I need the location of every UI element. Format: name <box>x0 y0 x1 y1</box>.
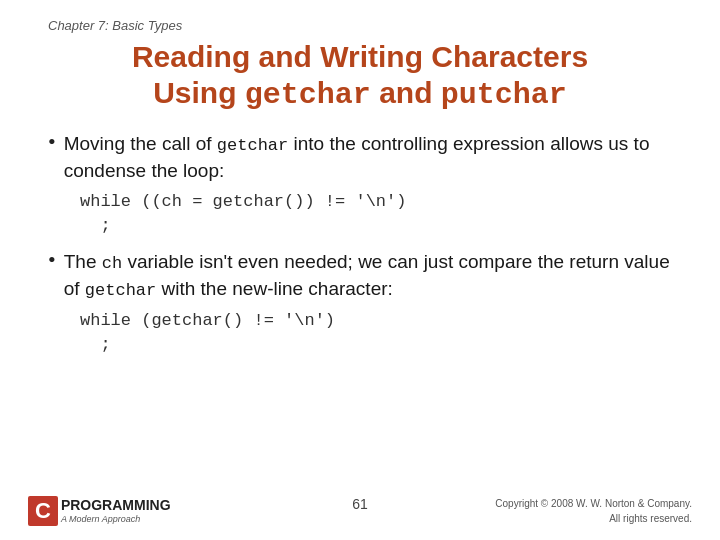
code-block-2: while (getchar() != '\n') ; <box>80 309 672 358</box>
slide-title: Reading and Writing Characters Using get… <box>48 39 672 113</box>
logo-subtitle: A Modern Approach <box>61 514 171 524</box>
title-using: Using <box>153 76 245 109</box>
bullet-dot-2: • <box>48 247 56 273</box>
bullet-item-1: • Moving the call of getchar into the co… <box>48 131 672 184</box>
footer-copyright: Copyright © 2008 W. W. Norton & Company.… <box>495 496 692 526</box>
title-putchar: putchar <box>441 78 567 112</box>
logo-title: PROGRAMMING <box>61 498 171 513</box>
logo-c-letter: C <box>28 496 58 526</box>
code-block-1: while ((ch = getchar()) != '\n') ; <box>80 190 672 239</box>
bullet-text-1: Moving the call of getchar into the cont… <box>64 131 672 184</box>
code-line-2-2: ; <box>80 333 672 358</box>
title-getchar: getchar <box>245 78 371 112</box>
footer-logo: C PROGRAMMING A Modern Approach <box>28 496 171 526</box>
page-number: 61 <box>352 496 368 512</box>
bullet-dot-1: • <box>48 129 56 155</box>
slide: Chapter 7: Basic Types Reading and Writi… <box>0 0 720 540</box>
getchar-ref-2: getchar <box>85 281 156 300</box>
bullet-section-1: • Moving the call of getchar into the co… <box>48 131 672 239</box>
code-line-2-1: while (getchar() != '\n') <box>80 309 672 334</box>
title-line2: Using getchar and putchar <box>48 75 672 113</box>
logo-text-block: PROGRAMMING A Modern Approach <box>61 498 171 523</box>
chapter-label: Chapter 7: Basic Types <box>48 18 672 33</box>
title-line1: Reading and Writing Characters <box>48 39 672 75</box>
bullet-item-2: • The ch variable isn't even needed; we … <box>48 249 672 303</box>
getchar-ref-1: getchar <box>217 136 288 155</box>
code-line-1-2: ; <box>80 214 672 239</box>
code-line-1-1: while ((ch = getchar()) != '\n') <box>80 190 672 215</box>
footer: C PROGRAMMING A Modern Approach 61 Copyr… <box>0 496 720 526</box>
ch-ref: ch <box>102 254 122 273</box>
title-and: and <box>371 76 441 109</box>
bullet-text-2: The ch variable isn't even needed; we ca… <box>64 249 672 303</box>
bullet-section-2: • The ch variable isn't even needed; we … <box>48 249 672 358</box>
